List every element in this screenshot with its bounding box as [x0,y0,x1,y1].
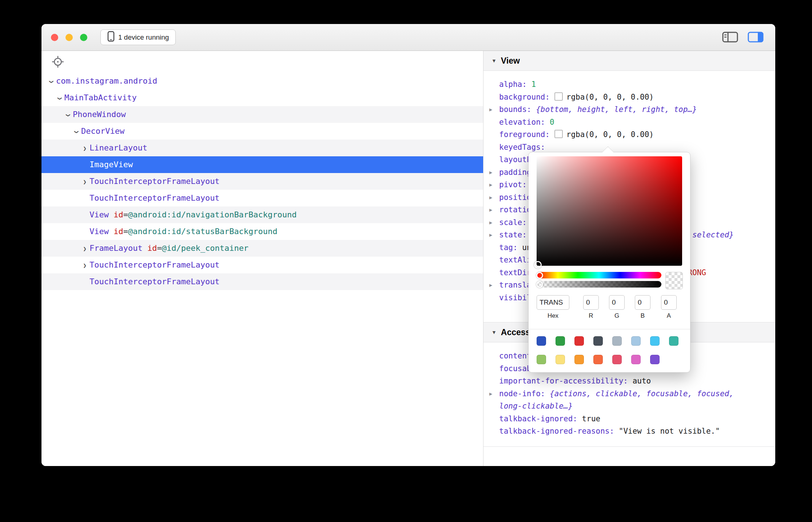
chevron-down-icon[interactable]: ❯ [68,127,85,137]
property-value: {actions, clickable, focusable, focused, [550,389,734,398]
node-class-name: FrameLayout [89,244,143,253]
green-input[interactable] [609,295,625,310]
palette-color-swatch[interactable] [612,336,622,346]
tree-row-ImageView[interactable]: ImageView [41,156,483,173]
palette-color-swatch[interactable] [574,355,584,364]
tree-row-PhoneWindow[interactable]: ❯PhoneWindow [41,106,483,123]
hex-input[interactable] [537,295,569,310]
property-value: true [582,414,601,423]
node-attr-name: id [114,210,123,219]
expand-triangle-icon[interactable]: ▶ [489,229,492,241]
expand-triangle-icon[interactable]: ▶ [489,204,492,216]
node-attr-name: id [147,244,157,253]
device-status-button[interactable]: 1 device running [100,29,176,45]
property-name: talkback-ignored: [499,414,577,423]
expand-triangle-icon[interactable]: ▶ [489,103,492,116]
chevron-down-icon[interactable]: ❯ [43,77,60,87]
hex-label: Hex [537,312,569,320]
blue-input[interactable] [635,295,650,310]
property-alpha: alpha: 1 [499,78,761,91]
color-swatch-box[interactable] [554,130,563,138]
node-attr-equals: = [157,244,162,253]
palette-color-swatch[interactable] [537,336,546,346]
close-button[interactable] [51,34,58,41]
alpha-input[interactable] [661,295,677,310]
property-name: node-info: [499,389,545,398]
property-name: keyedTags: [499,143,545,152]
alpha-label: A [661,312,677,320]
palette-color-swatch[interactable] [556,355,565,364]
palette-color-swatch[interactable] [593,336,603,346]
blue-label: B [635,312,650,320]
view-section-title: View [501,56,520,66]
node-class-name: ImageView [89,160,133,169]
property-talkback-ignored-reasons: talkback-ignored-reasons: "View is not v… [499,425,761,438]
chevron-right-icon[interactable]: ❯ [80,241,89,257]
palette-color-swatch[interactable] [650,336,660,346]
popover-divider [529,329,690,329]
chevron-down-icon[interactable]: ❯ [51,94,68,103]
tree-row-TouchInterceptorFrameLayout[interactable]: ❯TouchInterceptorFrameLayout [41,173,483,190]
node-class-name: com.instagram.android [56,76,157,85]
tree-row-View[interactable]: View id=@android:id/navigationBarBackgro… [41,206,483,223]
node-class-name: TouchInterceptorFrameLayout [89,193,220,202]
tree-row-FrameLayout[interactable]: ❯FrameLayout id=@id/peek_container [41,240,483,257]
node-attr-name: id [114,227,123,236]
chevron-right-icon[interactable]: ❯ [80,140,89,157]
color-cursor[interactable] [534,261,542,269]
palette-color-swatch[interactable] [556,336,565,346]
tree-row-LinearLayout[interactable]: ❯LinearLayout [41,140,483,156]
expand-triangle-icon[interactable]: ▶ [489,279,492,292]
chevron-right-icon[interactable]: ❯ [80,174,89,190]
property-bounds[interactable]: ▶bounds: {bottom, height, left, right, t… [499,103,761,116]
alpha-slider[interactable] [537,281,661,288]
hue-slider[interactable] [537,272,661,278]
tree-row-DecorView[interactable]: ❯DecorView [41,123,483,140]
color-palette [537,336,682,373]
property-talkback-ignored: talkback-ignored: true [499,413,761,425]
palette-color-swatch[interactable] [650,355,660,364]
palette-color-swatch[interactable] [593,355,603,364]
expand-triangle-icon[interactable]: ▶ [489,178,492,191]
toggle-right-sidebar-button[interactable] [745,30,766,45]
palette-color-swatch[interactable] [669,336,678,346]
palette-color-swatch[interactable] [612,355,622,364]
expand-triangle-icon[interactable]: ▶ [489,388,492,400]
minimize-button[interactable] [65,34,73,41]
hue-slider-knob[interactable] [536,272,543,279]
tree-row-TouchInterceptorFrameLayout[interactable]: ❯TouchInterceptorFrameLayout [41,257,483,273]
property-value: "View is not visible." [619,427,720,435]
color-swatch-box[interactable] [554,92,563,101]
palette-row [537,355,682,364]
palette-color-swatch[interactable] [537,355,546,364]
tree-row-com.instagram.android[interactable]: ❯com.instagram.android [41,73,483,89]
inspect-target-button[interactable] [49,55,63,69]
property-name: pivot: [499,180,527,189]
chevron-down-icon[interactable]: ❯ [60,111,76,120]
expand-triangle-icon[interactable]: ▶ [489,216,492,229]
alpha-slider-knob[interactable] [536,281,543,288]
chevron-right-icon[interactable]: ❯ [80,257,89,274]
palette-color-swatch[interactable] [631,336,641,346]
red-input[interactable] [583,295,599,310]
saturation-brightness-area[interactable] [537,156,682,266]
palette-color-swatch[interactable] [631,355,641,364]
palette-color-swatch[interactable] [574,336,584,346]
expand-triangle-icon[interactable]: ▶ [489,166,492,179]
tree-row-MainTabActivity[interactable]: ❯MainTabActivity [41,89,483,106]
view-section-header[interactable]: ▼ View [483,51,775,71]
tree-row-TouchInterceptorFrameLayout[interactable]: TouchInterceptorFrameLayout [41,190,483,206]
zoom-button[interactable] [80,34,87,41]
app-window: 1 device running [41,24,775,466]
toggle-left-sidebar-button[interactable] [720,30,740,45]
tree-row-TouchInterceptorFrameLayout[interactable]: TouchInterceptorFrameLayout [41,273,483,290]
node-class-name: TouchInterceptorFrameLayout [89,177,220,186]
property-node-info[interactable]: ▶node-info: {actions, clickable, focusab… [499,388,761,413]
tree-row-View[interactable]: View id=@android:id/statusBarBackground [41,223,483,240]
property-value: rgba(0, 0, 0, 0.00) [566,130,654,139]
node-class-name: View [89,227,109,236]
hierarchy-toolbar [41,51,483,73]
property-name: scale: [499,218,527,227]
expand-triangle-icon[interactable]: ▶ [489,191,492,204]
device-status-label: 1 device running [118,33,169,41]
